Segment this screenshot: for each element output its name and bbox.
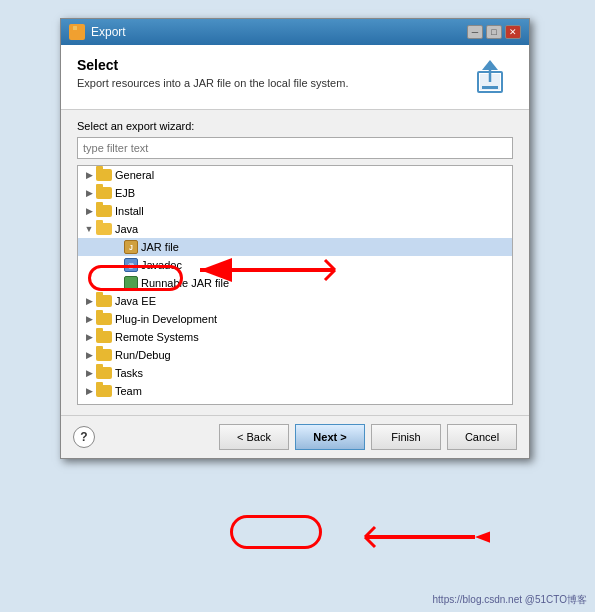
title-bar-left: Export xyxy=(69,24,126,40)
toggle-remote-systems[interactable]: ▶ xyxy=(82,330,96,344)
footer-left: ? xyxy=(73,426,95,448)
tree-item-run-debug[interactable]: ▶ Run/Debug xyxy=(78,346,512,364)
back-button[interactable]: < Back xyxy=(219,424,289,450)
minimize-button[interactable]: ─ xyxy=(467,25,483,39)
folder-icon-ejb xyxy=(96,186,112,200)
tree-label-run-debug: Run/Debug xyxy=(115,349,171,361)
tree-label-runnable-jar: Runnable JAR file xyxy=(141,277,229,289)
tree-label-javadoc: Javadoc xyxy=(141,259,182,271)
toggle-team[interactable]: ▶ xyxy=(82,384,96,398)
dialog-body: Select an export wizard: ▶ General ▶ EJB… xyxy=(61,110,529,415)
footer-right: < Back Next > Finish Cancel xyxy=(219,424,517,450)
finish-button[interactable]: Finish xyxy=(371,424,441,450)
header-text: Select Export resources into a JAR file … xyxy=(77,57,348,89)
tree-label-ejb: EJB xyxy=(115,187,135,199)
watermark: https://blog.csdn.net @51CTO博客 xyxy=(433,593,587,607)
help-button[interactable]: ? xyxy=(73,426,95,448)
folder-icon-team xyxy=(96,384,112,398)
header-icon-area xyxy=(473,57,513,97)
tree-label-remote-systems: Remote Systems xyxy=(115,331,199,343)
toggle-runnable-jar xyxy=(110,276,124,290)
runnable-jar-icon xyxy=(124,276,138,290)
dialog-header: Select Export resources into a JAR file … xyxy=(61,45,529,110)
tree-label-team: Team xyxy=(115,385,142,397)
tree-item-javadoc[interactable]: @ Javadoc xyxy=(78,256,512,274)
folder-icon-java xyxy=(96,222,112,236)
tree-item-plugin-dev[interactable]: ▶ Plug-in Development xyxy=(78,310,512,328)
folder-icon-general xyxy=(96,168,112,182)
tree-item-team[interactable]: ▶ Team xyxy=(78,382,512,400)
tree-label-jar-file: JAR file xyxy=(141,241,179,253)
folder-icon-plugin-dev xyxy=(96,312,112,326)
title-bar: Export ─ □ ✕ xyxy=(61,19,529,45)
tree-item-ejb[interactable]: ▶ EJB xyxy=(78,184,512,202)
next-button[interactable]: Next > xyxy=(295,424,365,450)
tree-item-tasks[interactable]: ▶ Tasks xyxy=(78,364,512,382)
folder-icon-install xyxy=(96,204,112,218)
dialog-title: Export xyxy=(91,25,126,39)
export-dialog: Export ─ □ ✕ Select Export resources int… xyxy=(60,18,530,459)
svg-rect-5 xyxy=(482,86,498,89)
tree-item-java-ee[interactable]: ▶ Java EE xyxy=(78,292,512,310)
folder-icon-remote-systems xyxy=(96,330,112,344)
filter-label: Select an export wizard: xyxy=(77,120,513,132)
toggle-install[interactable]: ▶ xyxy=(82,204,96,218)
tree-item-remote-systems[interactable]: ▶ Remote Systems xyxy=(78,328,512,346)
dialog-footer: ? < Back Next > Finish Cancel xyxy=(61,415,529,458)
tree-item-general[interactable]: ▶ General xyxy=(78,166,512,184)
toggle-tasks[interactable]: ▶ xyxy=(82,366,96,380)
tree-label-java: Java xyxy=(115,223,138,235)
javadoc-icon: @ xyxy=(124,258,138,272)
tree-item-java[interactable]: ▼ Java xyxy=(78,220,512,238)
tree-label-plugin-dev: Plug-in Development xyxy=(115,313,217,325)
export-icon xyxy=(474,58,512,96)
close-button[interactable]: ✕ xyxy=(505,25,521,39)
toggle-plugin-dev[interactable]: ▶ xyxy=(82,312,96,326)
filter-input[interactable] xyxy=(77,137,513,159)
cancel-button[interactable]: Cancel xyxy=(447,424,517,450)
folder-icon-run-debug xyxy=(96,348,112,362)
svg-rect-1 xyxy=(73,26,77,30)
tree-item-runnable-jar[interactable]: Runnable JAR file xyxy=(78,274,512,292)
toggle-java-ee[interactable]: ▶ xyxy=(82,294,96,308)
toggle-ejb[interactable]: ▶ xyxy=(82,186,96,200)
tree-label-general: General xyxy=(115,169,154,181)
dialog-icon xyxy=(69,24,85,40)
maximize-button[interactable]: □ xyxy=(486,25,502,39)
tree-label-java-ee: Java EE xyxy=(115,295,156,307)
folder-icon-java-ee xyxy=(96,294,112,308)
header-title: Select xyxy=(77,57,348,73)
header-description: Export resources into a JAR file on the … xyxy=(77,77,348,89)
toggle-java[interactable]: ▼ xyxy=(82,222,96,236)
tree-item-jar-file[interactable]: J JAR file xyxy=(78,238,512,256)
tree-item-install[interactable]: ▶ Install xyxy=(78,202,512,220)
toggle-general[interactable]: ▶ xyxy=(82,168,96,182)
tree-container[interactable]: ▶ General ▶ EJB ▶ Install ▼ Java xyxy=(77,165,513,405)
tree-label-install: Install xyxy=(115,205,144,217)
jar-file-icon: J xyxy=(124,240,138,254)
toggle-run-debug[interactable]: ▶ xyxy=(82,348,96,362)
title-controls: ─ □ ✕ xyxy=(467,25,521,39)
folder-icon-tasks xyxy=(96,366,112,380)
toggle-javadoc xyxy=(110,258,124,272)
toggle-jar-file xyxy=(110,240,124,254)
tree-label-tasks: Tasks xyxy=(115,367,143,379)
